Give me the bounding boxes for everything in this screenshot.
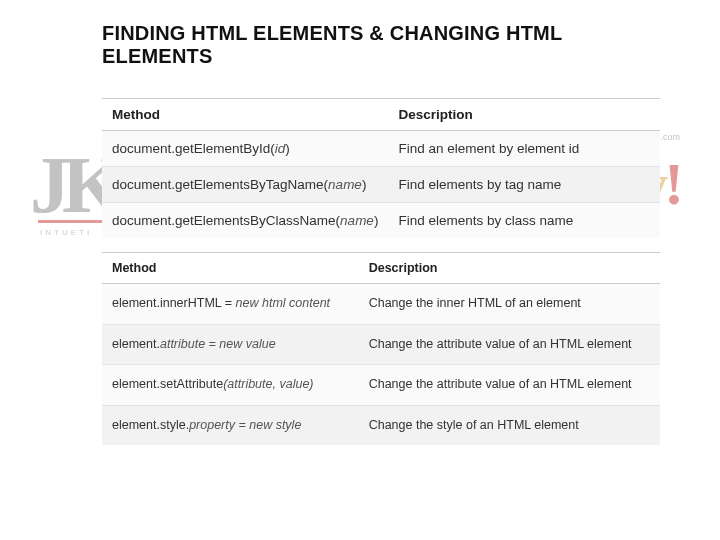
method-arg: name — [328, 177, 362, 192]
header-method: Method — [102, 99, 388, 131]
table-row: element.style.property = new style Chang… — [102, 405, 660, 445]
header-method: Method — [102, 253, 359, 284]
method-arg: new html content — [236, 296, 331, 310]
table-header-row: Method Description — [102, 253, 660, 284]
table-row: document.getElementsByTagName(name) Find… — [102, 167, 660, 203]
table-row: document.getElementsByClassName(name) Fi… — [102, 203, 660, 239]
header-description: Description — [359, 253, 660, 284]
cell-method: element.style.property = new style — [102, 405, 359, 445]
method-mid: property = new style — [189, 418, 301, 432]
cell-description: Find elements by class name — [388, 203, 660, 239]
table-row: element.setAttribute(attribute, value) C… — [102, 365, 660, 406]
cell-description: Change the attribute value of an HTML el… — [359, 365, 660, 406]
method-text: document.getElementById( — [112, 141, 275, 156]
method-text: document.getElementsByClassName( — [112, 213, 340, 228]
cell-description: Find elements by tag name — [388, 167, 660, 203]
table-finding-elements: Method Description document.getElementBy… — [102, 98, 660, 238]
method-text: element.innerHTML = — [112, 296, 236, 310]
slide-content: FINDING HTML ELEMENTS & CHANGING HTML EL… — [0, 0, 720, 445]
page-title: FINDING HTML ELEMENTS & CHANGING HTML EL… — [102, 22, 660, 68]
method-text: document.getElementsByTagName( — [112, 177, 328, 192]
method-arg: id — [275, 141, 286, 156]
method-arg: name — [340, 213, 374, 228]
table-row: element.attribute = new value Change the… — [102, 324, 660, 365]
method-text-end: ) — [374, 213, 379, 228]
cell-method: element.setAttribute(attribute, value) — [102, 365, 359, 406]
cell-method: document.getElementById(id) — [102, 131, 388, 167]
cell-description: Change the style of an HTML element — [359, 405, 660, 445]
table-row: element.innerHTML = new html content Cha… — [102, 284, 660, 325]
cell-description: Find an element by element id — [388, 131, 660, 167]
method-text-end: ) — [362, 177, 367, 192]
method-text: element. — [112, 337, 160, 351]
cell-method: document.getElementsByClassName(name) — [102, 203, 388, 239]
cell-description: Change the attribute value of an HTML el… — [359, 324, 660, 365]
table-row: document.getElementById(id) Find an elem… — [102, 131, 660, 167]
method-text: element.setAttribute — [112, 377, 223, 391]
method-arg: (attribute, value) — [223, 377, 313, 391]
table-header-row: Method Description — [102, 99, 660, 131]
cell-method: element.innerHTML = new html content — [102, 284, 359, 325]
cell-method: document.getElementsByTagName(name) — [102, 167, 388, 203]
cell-description: Change the inner HTML of an element — [359, 284, 660, 325]
header-description: Description — [388, 99, 660, 131]
method-text: element.style. — [112, 418, 189, 432]
method-mid: attribute = new value — [160, 337, 276, 351]
table-changing-elements: Method Description element.innerHTML = n… — [102, 252, 660, 445]
cell-method: element.attribute = new value — [102, 324, 359, 365]
method-text-end: ) — [285, 141, 290, 156]
